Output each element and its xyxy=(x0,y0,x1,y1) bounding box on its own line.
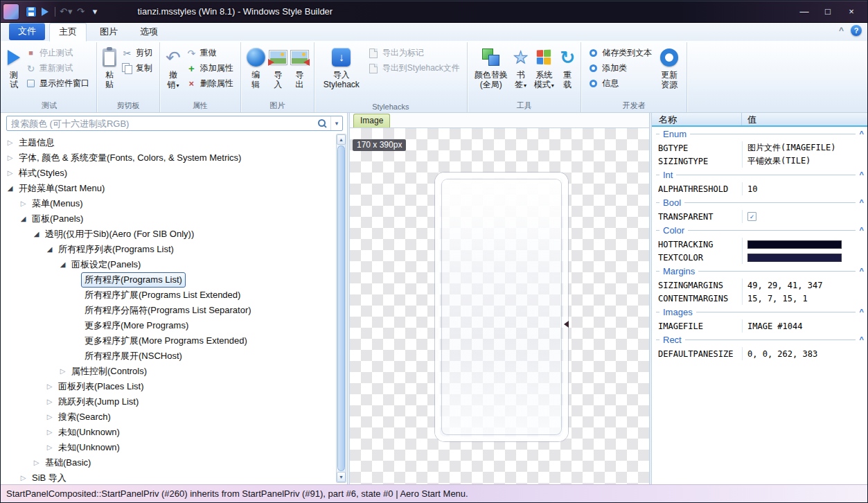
property-value[interactable]: ✓ xyxy=(742,210,867,223)
tree-item[interactable]: ◢面板设定(Panels) xyxy=(1,257,347,272)
tree-expand-icon[interactable]: ▷ xyxy=(5,170,15,177)
tree-item[interactable]: ▷面板列表(Places List) xyxy=(1,379,347,394)
delete-property-button[interactable]: × 删除属性 xyxy=(183,76,237,91)
tree-item[interactable]: ◢所有程序列表(Programs List) xyxy=(1,242,347,257)
titlebar[interactable]: ↶▾ ↷ ▾ tianzi.msstyles (Win 8.1) - Windo… xyxy=(1,1,867,23)
cut-button[interactable]: ✂ 剪切 xyxy=(118,46,156,60)
style-image-preview[interactable] xyxy=(435,173,568,441)
edit-image-button[interactable]: 编辑 xyxy=(245,44,267,89)
tree-expand-icon[interactable]: ▷ xyxy=(18,200,28,207)
tree-expand-icon[interactable]: ▷ xyxy=(44,444,55,451)
qat-customize-button[interactable]: ▾ xyxy=(87,5,101,19)
maximize-button[interactable]: □ xyxy=(816,4,840,19)
color-search-box[interactable]: ▾ xyxy=(6,116,343,131)
reload-button[interactable]: ↻ 重载 xyxy=(558,44,577,89)
image-canvas[interactable]: 170 x 390px xyxy=(350,128,649,484)
tree-collapse-icon[interactable]: ◢ xyxy=(57,261,68,268)
color-swatch[interactable] xyxy=(747,240,842,249)
retest-button[interactable]: ↻ 重新测试 xyxy=(22,61,93,76)
property-row[interactable]: HOTTRACKING xyxy=(652,238,867,251)
property-row[interactable]: ALPHATHRESHOLD10 xyxy=(652,182,867,195)
tree-item[interactable]: ▷SiB 导入 xyxy=(1,470,347,484)
tree-item[interactable]: ▷属性控制(Controls) xyxy=(1,364,347,379)
property-row[interactable]: SIZINGTYPE平铺效果(TILE) xyxy=(652,155,867,168)
tree-expand-icon[interactable]: ▷ xyxy=(44,429,55,436)
tree-item[interactable]: ▷主题信息 xyxy=(1,135,347,150)
tree-item[interactable]: ▷未知(Unknown) xyxy=(1,425,347,440)
column-header-value[interactable]: 值 xyxy=(742,113,867,125)
scrollbar-thumb[interactable] xyxy=(337,145,345,471)
ribbon-collapse-button[interactable]: ^ xyxy=(839,26,844,35)
tree-item[interactable]: ▷基础(Basic) xyxy=(1,455,347,470)
category-collapse-icon[interactable]: ^ xyxy=(860,200,864,206)
save-class-to-text-button[interactable]: 储存类到文本 xyxy=(585,46,655,60)
color-search-input[interactable] xyxy=(11,118,314,129)
property-row[interactable]: CONTENTMARGINS15, 7, 15, 1 xyxy=(652,292,867,305)
category-collapse-icon[interactable]: ^ xyxy=(860,131,864,137)
tree-item[interactable]: ▷未知(Unknown) xyxy=(1,440,347,455)
property-value[interactable]: 图片文件(IMAGEFILE) xyxy=(742,141,867,155)
tree-item[interactable]: ◢面板(Panels) xyxy=(1,211,347,227)
tree-item[interactable]: 所有程序展开(NSCHost) xyxy=(1,348,347,364)
import-stylehack-button[interactable]: ↓ 导入Stylehack xyxy=(318,44,365,89)
category-collapse-icon[interactable]: ^ xyxy=(860,309,864,315)
tab-pictures[interactable]: 图片 xyxy=(91,24,127,41)
property-row[interactable]: SIZINGMARGINS49, 29, 41, 347 xyxy=(652,279,867,292)
property-value[interactable]: 10 xyxy=(742,182,867,195)
property-row[interactable]: IMAGEFILEIMAGE #1044 xyxy=(652,319,867,333)
tree-item[interactable]: ▷搜索(Search) xyxy=(1,409,347,425)
tree-item[interactable]: 所有程序扩展(Programs List Extended) xyxy=(1,288,347,303)
paste-button[interactable]: 粘贴 xyxy=(100,44,118,89)
quick-redo-button[interactable]: ↷ xyxy=(73,5,87,19)
tree-expand-icon[interactable]: ▷ xyxy=(57,368,68,375)
tree-collapse-icon[interactable]: ◢ xyxy=(5,185,15,192)
tree-expand-icon[interactable]: ▷ xyxy=(44,414,55,421)
tree-collapse-icon[interactable]: ◢ xyxy=(18,215,28,222)
property-row[interactable]: TRANSPARENT✓ xyxy=(652,210,867,223)
property-value[interactable]: IMAGE #1044 xyxy=(742,319,867,333)
bookmark-button[interactable]: ★ 书签▾ xyxy=(511,44,531,91)
update-resources-button[interactable]: 更新资源 xyxy=(655,44,683,89)
category-collapse-icon[interactable]: ^ xyxy=(860,227,864,233)
tree-item[interactable]: 更多程序(More Programs) xyxy=(1,318,347,333)
property-row[interactable]: DEFAULTPANESIZE0, 0, 262, 383 xyxy=(652,347,867,360)
tree-scrollbar[interactable]: ▲ ▼ xyxy=(336,134,346,483)
stop-test-button[interactable]: ■ 停止测试 xyxy=(22,46,93,60)
minimize-button[interactable]: — xyxy=(792,4,816,19)
tree-expand-icon[interactable]: ▷ xyxy=(44,383,55,390)
tree-expand-icon[interactable]: ▷ xyxy=(31,459,42,466)
search-button[interactable] xyxy=(314,116,330,130)
tab-image[interactable]: Image xyxy=(353,114,390,127)
tree-expand-icon[interactable]: ▷ xyxy=(44,398,55,405)
category-collapse-icon[interactable]: ^ xyxy=(860,268,864,274)
tree-item[interactable]: ▷跳跃列表(Jump List) xyxy=(1,394,347,409)
tree-collapse-icon[interactable]: ◢ xyxy=(31,231,42,238)
app-icon[interactable] xyxy=(3,4,19,19)
copy-button[interactable]: 复制 xyxy=(118,61,156,76)
tree-item[interactable]: 更多程序扩展(More Programs Extended) xyxy=(1,333,347,348)
tree-item[interactable]: ▷菜单(Menus) xyxy=(1,196,347,211)
property-value[interactable]: 49, 29, 41, 347 xyxy=(742,279,867,292)
export-image-button[interactable]: 导出 xyxy=(289,44,310,89)
color-swatch[interactable] xyxy=(747,254,842,262)
save-button[interactable] xyxy=(24,5,38,19)
quick-undo-button[interactable]: ↶▾ xyxy=(58,5,73,19)
quick-test-button[interactable] xyxy=(38,5,52,19)
tab-home[interactable]: 主页 xyxy=(49,23,87,42)
property-value[interactable] xyxy=(742,238,867,251)
tree-collapse-icon[interactable]: ◢ xyxy=(44,246,55,253)
tree-item[interactable]: ◢开始菜单(Start Menu) xyxy=(1,181,347,196)
import-image-button[interactable]: 导入 xyxy=(267,44,289,89)
property-row[interactable]: BGTYPE图片文件(IMAGEFILE) xyxy=(652,141,867,155)
scroll-up-button[interactable]: ▲ xyxy=(337,134,346,145)
tree-expand-icon[interactable]: ▷ xyxy=(5,139,15,146)
show-control-window-checkbox[interactable]: 显示控件窗口 xyxy=(22,76,93,91)
tree-item[interactable]: ◢透明(仅用于Sib)(Aero (For SIB Only)) xyxy=(1,227,347,242)
tree-item[interactable]: ▷样式(Styles) xyxy=(1,166,347,181)
redo-button[interactable]: ↷ 重做 xyxy=(183,46,237,60)
help-button[interactable]: ? xyxy=(851,25,862,36)
add-class-button[interactable]: 添加类 xyxy=(585,61,655,76)
tab-options[interactable]: 选项 xyxy=(131,24,167,41)
category-collapse-icon[interactable]: ^ xyxy=(860,337,864,343)
property-value[interactable] xyxy=(742,251,867,264)
